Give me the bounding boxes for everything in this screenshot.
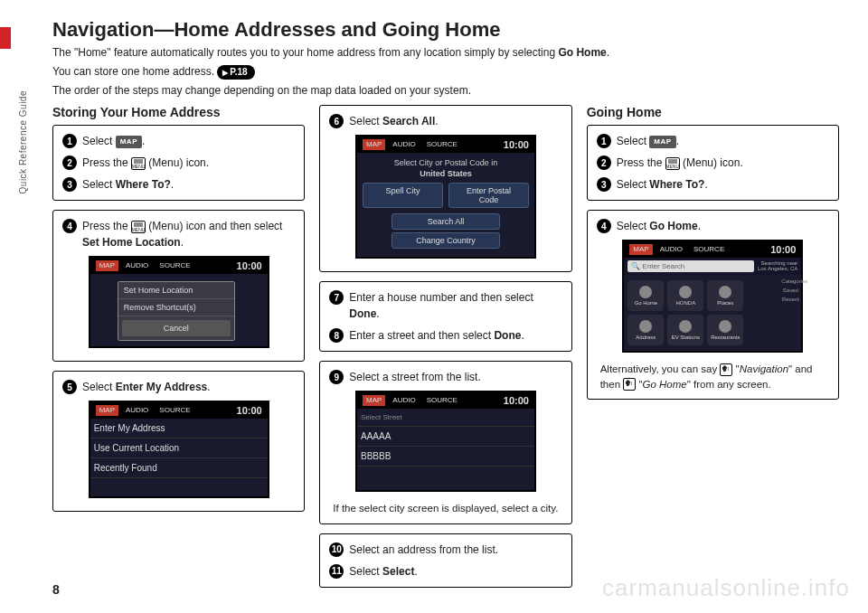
- s11a: Select: [349, 565, 382, 578]
- btn-enter-postal: Enter Postal Code: [448, 183, 529, 208]
- header-select-street: Select Street: [357, 409, 534, 427]
- box-steps-1-3: 1 Select MAP. 2 Press the MENU (Menu) ic…: [52, 125, 305, 201]
- step-num-1: 1: [62, 134, 77, 148]
- box-steps-7-8: 7 Enter a house number and then select D…: [319, 281, 571, 352]
- step-3-text: Select Where To?.: [82, 176, 295, 193]
- icon-restaurants: Restaurants: [707, 315, 743, 345]
- row-enter-my-address: Enter My Address: [90, 419, 268, 439]
- tab-audio: AUDIO: [389, 395, 419, 406]
- gh-s2b: (Menu) icon.: [680, 156, 743, 169]
- s4b: (Menu) icon and then select: [146, 220, 282, 232]
- step-num-4: 4: [62, 219, 77, 233]
- step-num-8: 8: [329, 328, 344, 343]
- intro-line-3: The order of the steps may change depend…: [52, 83, 839, 99]
- step-num-3: 3: [62, 177, 77, 192]
- clock: 10:00: [237, 260, 262, 271]
- gh-s3b: Where To?: [649, 178, 704, 191]
- step-5-text: Select Enter My Address.: [82, 379, 295, 395]
- gh-s1b: .: [676, 135, 679, 147]
- s1a: Select: [82, 135, 116, 147]
- step-num-2: 2: [62, 156, 77, 170]
- popup-set-home: Set Home Location: [118, 282, 234, 299]
- lbl: Places: [717, 300, 733, 306]
- country-label: United States: [363, 169, 529, 178]
- intro-line-2: You can store one home address. P.18: [52, 64, 839, 80]
- voice-alternative: Alternatively, you can say "Navigation" …: [597, 358, 829, 391]
- side-recent: Recent: [781, 297, 799, 302]
- popup-remove-shortcut: Remove Shortcut(s): [118, 299, 234, 316]
- s5a: Select: [82, 381, 116, 393]
- s11b: Select: [382, 565, 414, 578]
- intro-line-1: The "Home" feature automatically routes …: [52, 45, 839, 61]
- s8b: Done: [494, 329, 521, 342]
- tab-audio: AUDIO: [389, 139, 419, 150]
- going-home-heading: Going Home: [587, 105, 839, 119]
- clock: 10:00: [770, 244, 796, 255]
- clock: 10:00: [504, 395, 529, 406]
- tab-source: SOURCE: [690, 244, 728, 255]
- step-2-text: Press the MENU (Menu) icon.: [82, 155, 295, 171]
- alt7: " from any screen.: [687, 379, 771, 390]
- tab-source: SOURCE: [423, 139, 461, 150]
- step-1-text: Select MAP.: [82, 133, 295, 149]
- step-num-6: 6: [329, 114, 344, 128]
- gh-s1a: Select: [617, 135, 650, 147]
- tab-map: MAP: [629, 244, 652, 255]
- s6a: Select: [349, 115, 382, 127]
- step-8-text: Enter a street and then select Done.: [349, 327, 561, 344]
- gh-s4c: .: [698, 220, 701, 232]
- lbl: HONDA: [675, 300, 695, 306]
- icon-places: Places: [707, 280, 743, 311]
- btn-change-country: Change Country: [392, 232, 500, 249]
- step-num-7: 7: [329, 290, 344, 305]
- gh-step-num-3: 3: [597, 177, 611, 192]
- popup-cancel: Cancel: [122, 320, 231, 336]
- s7c: .: [376, 307, 379, 320]
- alt3: Navigation: [740, 363, 788, 374]
- lbl: Address: [636, 335, 656, 340]
- red-side-tab: [0, 27, 11, 49]
- screen-enter-address: MAP AUDIO SOURCE 10:00 Enter My Address …: [89, 401, 269, 498]
- btn-search-all: Search All: [392, 213, 500, 230]
- menu-icon: MENU: [131, 221, 146, 233]
- lbl: Restaurants: [711, 335, 740, 340]
- gh-step-1-text: Select MAP.: [617, 133, 829, 149]
- clock: 10:00: [504, 139, 529, 150]
- page-ref-badge: P.18: [217, 65, 254, 80]
- alt2: ": [732, 363, 739, 374]
- screen-set-home: MAP AUDIO SOURCE 10:00 Set Home Location…: [89, 256, 269, 348]
- step-num-9: 9: [329, 370, 344, 384]
- map-button-icon: MAP: [649, 136, 675, 148]
- row-aaaaa: AAAAA: [357, 427, 534, 447]
- lbl: EV Stations: [672, 335, 700, 340]
- icon-go-home: Go Home: [627, 280, 664, 311]
- menu-icon: MENU: [131, 157, 146, 170]
- intro-1a: The "Home" feature automatically routes …: [52, 46, 558, 59]
- tab-audio: AUDIO: [656, 244, 686, 255]
- s8a: Enter a street and then select: [349, 329, 494, 342]
- select-city-label: Select City or Postal Code in: [363, 158, 529, 167]
- gh-step-num-1: 1: [597, 134, 611, 148]
- icon-address: Address: [627, 315, 664, 345]
- loc2: Los Angeles, CA: [758, 266, 797, 271]
- icon-honda: HONDA: [667, 280, 703, 311]
- tab-map: MAP: [96, 405, 118, 416]
- s3c: .: [171, 178, 174, 191]
- s4a: Press the: [82, 220, 131, 232]
- step-4-text: Press the MENU (Menu) icon and then sele…: [82, 218, 295, 250]
- side-label: Quick Reference Guide: [18, 90, 28, 193]
- intro-1c: .: [607, 46, 609, 59]
- search-input: 🔍 Enter Search: [627, 260, 754, 272]
- row-recently-found: Recently Found: [90, 458, 268, 478]
- clock: 10:00: [237, 405, 262, 416]
- s2b: (Menu) icon.: [146, 156, 209, 169]
- storing-heading: Storing Your Home Address: [52, 105, 305, 119]
- gh-s3c: .: [704, 178, 707, 191]
- step-11-text: Select Select.: [349, 563, 561, 580]
- tab-source: SOURCE: [156, 405, 193, 416]
- step-6-text: Select Search All.: [349, 113, 561, 129]
- side-categories: Categories: [781, 278, 799, 284]
- lbl: Go Home: [634, 300, 657, 306]
- row-use-current-location: Use Current Location: [90, 439, 268, 458]
- box-step-5: 5 Select Enter My Address. MAP AUDIO SOU…: [52, 371, 305, 512]
